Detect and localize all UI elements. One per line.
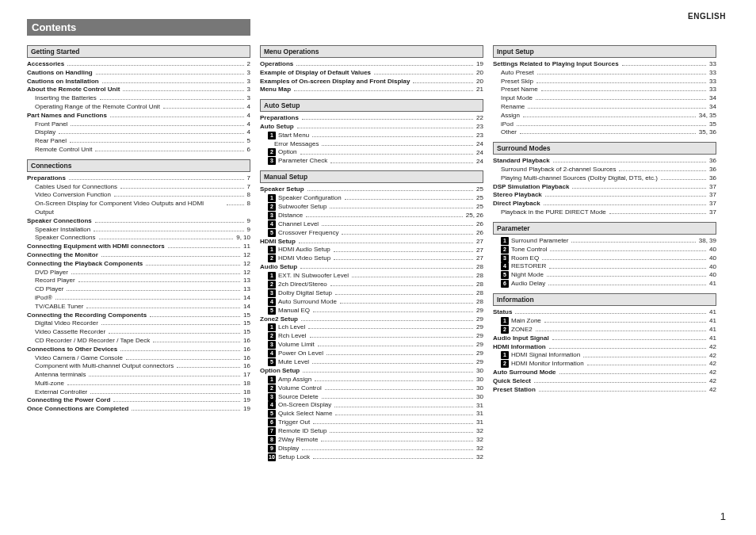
toc-page: 33 xyxy=(708,86,716,94)
toc-label: 1HDMI Signal Information xyxy=(493,351,582,360)
toc-label: Operating Range of the Remote Control Un… xyxy=(27,103,162,112)
toc-label: Display xyxy=(27,128,57,137)
leader-dots xyxy=(95,147,243,151)
item-number-icon: 5 xyxy=(268,358,276,366)
toc-label: Rename xyxy=(493,103,526,112)
toc-page: 19 xyxy=(475,60,483,69)
toc-page: 4 xyxy=(246,112,250,120)
toc-row: 2ZONE241 xyxy=(493,326,716,334)
toc-page: 37 xyxy=(708,191,716,200)
toc-row: 3Parameter Check24 xyxy=(260,157,483,166)
leader-dots xyxy=(330,281,473,286)
toc-page: 7 xyxy=(246,183,250,192)
toc-page: 17 xyxy=(242,371,250,380)
toc-page: 29 xyxy=(475,350,483,358)
toc-page: 20 xyxy=(475,78,483,86)
leader-dots xyxy=(619,166,706,171)
leader-dots xyxy=(330,428,473,433)
leader-dots xyxy=(622,61,706,66)
toc-page: 35, 36 xyxy=(697,128,716,137)
toc-label: Playing Multi-channel Sources (Dolby Dig… xyxy=(493,174,659,183)
toc-page: 32 xyxy=(475,427,483,436)
toc-row: Direct Playback37 xyxy=(493,200,716,208)
toc-label: 5Manual EQ xyxy=(260,307,311,315)
leader-dots xyxy=(69,175,244,180)
toc-label: 2Tone Control xyxy=(493,246,548,254)
toc-page: 33 xyxy=(708,69,716,78)
toc-page: 35 xyxy=(708,120,716,129)
leader-dots xyxy=(315,376,473,381)
leader-dots xyxy=(310,333,474,338)
leader-dots xyxy=(342,230,473,235)
toc-label: 5Mute Level xyxy=(260,358,311,367)
leader-dots xyxy=(322,394,473,399)
toc-label: CD Player xyxy=(27,285,65,294)
toc-row: Connecting the Playback Components12 xyxy=(27,260,250,269)
toc-page: 28 xyxy=(475,272,483,281)
toc-label: CD Recorder / MD Recorder / Tape Deck xyxy=(27,337,151,346)
toc-row: Standard Playback36 xyxy=(493,157,716,166)
toc-row: Audio Input Signal41 xyxy=(493,334,716,343)
leader-dots xyxy=(67,61,243,66)
toc-label: Part Names and Functions xyxy=(27,112,109,120)
toc-label: 2Rch Level xyxy=(260,332,308,341)
item-number-icon: 1 xyxy=(501,351,509,359)
leader-dots xyxy=(330,159,473,163)
leader-dots xyxy=(537,70,706,75)
toc-label: Direct Playback xyxy=(493,200,542,208)
item-number-icon: 1 xyxy=(268,272,276,280)
toc-label: Surround Playback of 2-channel Sources xyxy=(493,166,617,174)
toc-label: Preset Skip xyxy=(493,78,535,86)
leader-dots xyxy=(110,113,244,117)
leader-dots xyxy=(71,121,243,126)
leader-dots xyxy=(552,335,706,340)
toc-label: 4On-Screen Display xyxy=(260,401,333,410)
toc-page: 29 xyxy=(475,332,483,341)
leader-dots xyxy=(517,121,706,126)
language-label: ENGLISH xyxy=(688,12,726,21)
toc-page: 28 xyxy=(475,281,483,289)
toc-row: Cautions on Installation3 xyxy=(27,78,250,86)
toc-page: 14 xyxy=(242,303,250,311)
item-number-icon: 3 xyxy=(268,393,276,401)
leader-dots xyxy=(312,132,473,137)
toc-row: Quick Select42 xyxy=(493,377,716,386)
item-number-icon: 5 xyxy=(268,410,276,418)
leader-dots xyxy=(334,247,473,252)
toc-label: 4Channel Level xyxy=(260,220,320,229)
toc-row: 6Audio Delay41 xyxy=(493,280,716,289)
toc-label: Antenna terminals xyxy=(27,371,87,380)
leader-dots xyxy=(306,212,463,217)
toc-row: Once Connections are Completed19 xyxy=(27,405,250,414)
toc-label: DVD Player xyxy=(27,269,70,277)
toc-row: 82Way Remote32 xyxy=(260,436,483,445)
toc-page: 40 xyxy=(708,246,716,254)
toc-label: 6Audio Delay xyxy=(493,280,547,289)
toc-row: 5Quick Select Name31 xyxy=(260,410,483,418)
item-number-icon: 3 xyxy=(268,341,276,349)
toc-label: 3Volume Limit xyxy=(260,341,316,350)
toc-page: 11 xyxy=(242,243,250,251)
toc-row: Examples of On-screen Display and Front … xyxy=(260,78,483,86)
toc-page: 40 xyxy=(708,254,716,263)
toc-row: iPod35 xyxy=(493,120,716,129)
toc-page: 4 xyxy=(246,120,250,129)
toc-row: External Controller18 xyxy=(27,388,250,397)
toc-label: 4Power On Level xyxy=(260,350,325,358)
toc-row: Rename34 xyxy=(493,103,716,112)
toc-page: 29 xyxy=(475,323,483,332)
toc-label: Speaker Setup xyxy=(260,185,306,194)
leader-dots xyxy=(294,86,473,91)
toc-page: 9 xyxy=(246,217,250,226)
leader-dots xyxy=(541,86,706,91)
toc-label: 1HDMI Audio Setup xyxy=(260,246,332,254)
toc-page: 7 xyxy=(246,174,250,183)
leader-dots xyxy=(547,272,706,277)
toc-page: 12 xyxy=(242,251,250,260)
toc-label: HDMI Information xyxy=(493,343,548,352)
toc-page: 36 xyxy=(708,166,716,174)
toc-page: 9, 10 xyxy=(235,234,250,243)
leader-dots xyxy=(163,104,244,109)
item-number-icon: 4 xyxy=(268,401,276,409)
toc-page: 3 xyxy=(246,94,250,103)
